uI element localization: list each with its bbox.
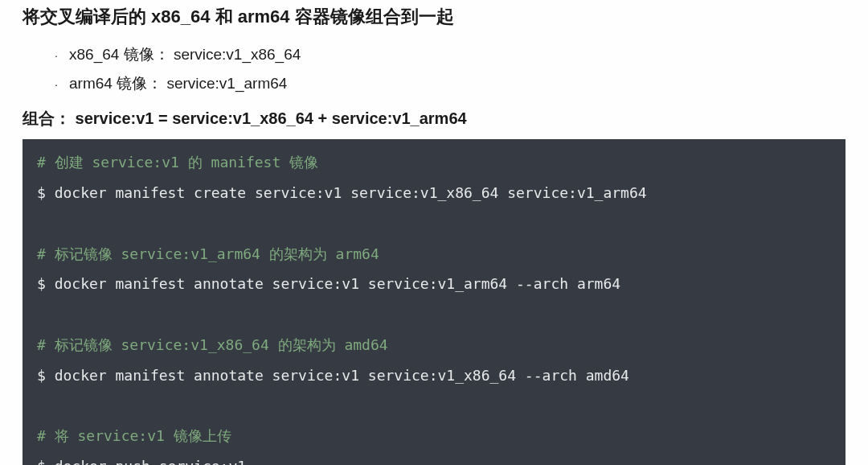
code-block: # 创建 service:v1 的 manifest 镜像 $ docker m…	[23, 139, 845, 465]
section-heading: 将交叉编译后的 x86_64 和 arm64 容器镜像组合到一起	[23, 5, 845, 29]
code-command: $ docker manifest annotate service:v1 se…	[37, 275, 620, 292]
code-comment: # 标记镜像 service:v1_x86_64 的架构为 amd64	[37, 336, 388, 353]
code-command: $ docker manifest annotate service:v1 se…	[37, 367, 629, 384]
bullet-icon: ·	[55, 74, 69, 96]
list-item-text: arm64 镜像： service:v1_arm64	[69, 69, 287, 98]
code-comment: # 将 service:v1 镜像上传	[37, 427, 231, 444]
code-comment: # 创建 service:v1 的 manifest 镜像	[37, 154, 318, 171]
code-comment: # 标记镜像 service:v1_arm64 的架构为 arm64	[37, 245, 379, 262]
image-list: · x86_64 镜像： service:v1_x86_64 · arm64 镜…	[55, 40, 845, 98]
list-item-text: x86_64 镜像： service:v1_x86_64	[69, 40, 301, 69]
code-command: $ docker push service:v1	[37, 458, 246, 465]
bullet-icon: ·	[55, 45, 69, 67]
list-item: · arm64 镜像： service:v1_arm64	[55, 69, 845, 98]
code-command: $ docker manifest create service:v1 serv…	[37, 184, 647, 201]
combine-summary: 组合： service:v1 = service:v1_x86_64 + ser…	[23, 108, 845, 130]
list-item: · x86_64 镜像： service:v1_x86_64	[55, 40, 845, 69]
